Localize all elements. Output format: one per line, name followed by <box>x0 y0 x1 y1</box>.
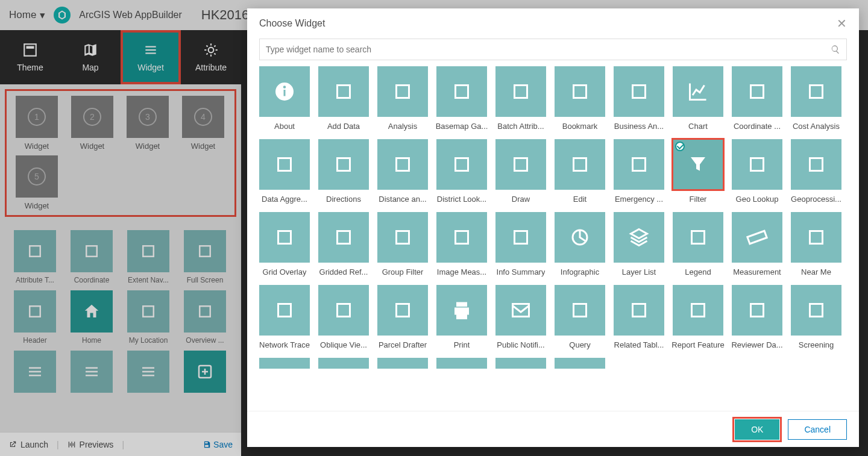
horn-icon <box>628 154 650 175</box>
widget-item-filter[interactable]: Filter <box>673 139 723 204</box>
widget-tile <box>318 285 369 336</box>
widget-item-report-feature[interactable]: Report Feature <box>673 285 723 349</box>
widget-item-district-look[interactable]: District Look... <box>436 139 487 204</box>
widget-item-layer-list[interactable]: Layer List <box>614 212 664 276</box>
geolookup-icon <box>746 154 768 175</box>
widget-label: Info Summary <box>497 267 546 276</box>
widget-item-edit[interactable]: Edit <box>555 139 605 204</box>
widget-item-grid-overlay[interactable]: Grid Overlay <box>259 212 310 276</box>
widget-label: Image Meas... <box>437 267 486 276</box>
widget-item-cost-analysis[interactable]: Cost Analysis <box>791 66 841 131</box>
widget-item-analysis[interactable]: Analysis <box>377 66 428 131</box>
building-icon <box>451 226 473 248</box>
widget-tile <box>732 285 782 336</box>
widget-grid-scroll[interactable]: AboutAdd DataAnalysisBasemap Ga...Batch … <box>247 66 859 411</box>
modal-title: Choose Widget <box>259 18 325 29</box>
widget-label: Data Aggre... <box>262 195 307 204</box>
route-icon <box>333 154 354 175</box>
widget-item-legend[interactable]: Legend <box>673 212 723 276</box>
widget-item-geoprocessi[interactable]: Geoprocessi... <box>791 139 841 204</box>
widget-item-about[interactable]: About <box>259 66 310 131</box>
widget-item-batch-attrib[interactable]: Batch Attrib... <box>495 66 546 131</box>
widget-item-print[interactable]: Print <box>436 285 487 349</box>
widget-tile <box>555 285 605 336</box>
search-input[interactable] <box>266 45 831 54</box>
legend-icon <box>687 226 709 248</box>
widget-item-directions[interactable]: Directions <box>318 139 369 204</box>
widget-item-draw[interactable]: Draw <box>495 139 546 204</box>
gridov-icon <box>274 226 295 248</box>
widget-tile <box>555 212 605 263</box>
widget-tile <box>259 358 310 369</box>
widget-label: Screening <box>799 340 834 349</box>
widget-tile <box>259 212 310 263</box>
oblique-icon <box>333 299 354 321</box>
form-gear-icon <box>510 81 532 102</box>
widget-item-near-me[interactable]: Near Me <box>791 212 841 276</box>
screening-icon <box>805 299 827 321</box>
widget-tile <box>377 212 428 263</box>
widget-item-more[interactable] <box>259 358 310 369</box>
widget-item-screening[interactable]: Screening <box>791 285 841 349</box>
widget-label: Grid Overlay <box>263 267 307 276</box>
widget-tile <box>732 139 782 190</box>
widget-label: Business An... <box>614 122 664 131</box>
widget-item-distance-an[interactable]: Distance an... <box>377 139 428 204</box>
widget-label: Public Notifi... <box>497 340 544 349</box>
filter-icon <box>687 154 709 175</box>
widget-tile <box>436 212 487 263</box>
widget-item-measurement[interactable]: Measurement <box>732 212 782 276</box>
widget-item-chart[interactable]: Chart <box>673 66 723 131</box>
widget-label: Analysis <box>388 122 417 131</box>
close-icon[interactable]: ✕ <box>837 16 847 31</box>
ok-button[interactable]: OK <box>735 419 779 440</box>
widget-tile <box>614 285 664 336</box>
widget-tile <box>673 285 723 336</box>
widget-item-gridded-ref[interactable]: Gridded Ref... <box>318 212 369 276</box>
report-icon <box>687 299 709 321</box>
widget-item-business-an[interactable]: Business An... <box>614 66 664 131</box>
widget-item-more[interactable] <box>318 358 369 369</box>
widget-label: Cost Analysis <box>793 122 840 131</box>
widget-tile <box>791 285 841 336</box>
widget-label: Edit <box>573 195 587 204</box>
pin-ring-icon <box>628 81 650 102</box>
widget-item-parcel-drafter[interactable]: Parcel Drafter <box>377 285 428 349</box>
widget-item-coordinate[interactable]: Coordinate ... <box>732 66 782 131</box>
widget-item-group-filter[interactable]: Group Filter <box>377 212 428 276</box>
widget-item-network-trace[interactable]: Network Trace <box>259 285 310 349</box>
widget-item-public-notifi[interactable]: Public Notifi... <box>495 285 546 349</box>
toolbox-icon <box>805 154 827 175</box>
nearme-icon <box>805 226 827 248</box>
widget-item-infographic[interactable]: Infographic <box>555 212 605 276</box>
widget-item-related-tabl[interactable]: Related Tabl... <box>614 285 664 349</box>
widget-label: Legend <box>685 267 711 276</box>
widget-item-oblique-vie[interactable]: Oblique Vie... <box>318 285 369 349</box>
widget-item-query[interactable]: Query <box>555 285 605 349</box>
widget-item-bookmark[interactable]: Bookmark <box>555 66 605 131</box>
widget-item-add-data[interactable]: Add Data <box>318 66 369 131</box>
widget-item-more[interactable] <box>555 358 605 369</box>
cancel-button[interactable]: Cancel <box>788 419 847 440</box>
widget-item-more[interactable] <box>495 358 546 369</box>
widget-item-more[interactable] <box>377 358 428 369</box>
widget-item-basemap-ga[interactable]: Basemap Ga... <box>436 66 487 131</box>
widget-item-geo-lookup[interactable]: Geo Lookup <box>732 139 782 204</box>
widget-label: Network Trace <box>259 340 310 349</box>
widget-search[interactable] <box>259 39 847 60</box>
widget-label: Add Data <box>327 122 360 131</box>
widget-item-reviewer-da[interactable]: Reviewer Da... <box>732 285 782 349</box>
widget-item-info-summary[interactable]: Info Summary <box>495 212 546 276</box>
widget-item-image-meas[interactable]: Image Meas... <box>436 212 487 276</box>
widget-grid: AboutAdd DataAnalysisBasemap Ga...Batch … <box>259 66 847 369</box>
widget-item-emergency[interactable]: Emergency ... <box>614 139 664 204</box>
district-icon <box>451 154 473 175</box>
widget-tile <box>614 212 664 263</box>
widget-item-more[interactable] <box>436 358 487 369</box>
ruler-icon <box>746 226 768 248</box>
widget-label: Batch Attrib... <box>497 122 544 131</box>
widget-item-data-aggre[interactable]: Data Aggre... <box>259 139 310 204</box>
widget-label: Coordinate ... <box>734 122 781 131</box>
widget-label: Related Tabl... <box>614 340 664 349</box>
widget-tile <box>318 66 369 117</box>
